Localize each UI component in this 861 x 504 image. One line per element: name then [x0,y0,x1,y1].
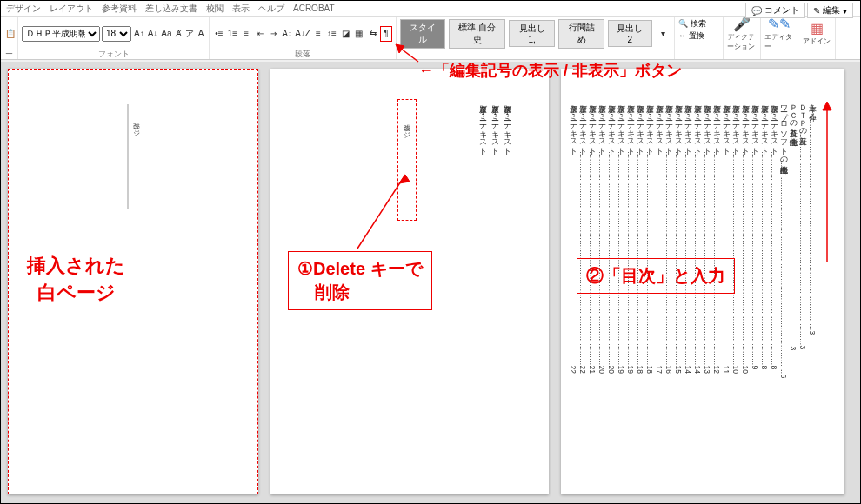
comments-label: コメント [764,4,799,17]
p2-pagebreak-label: 改ページ [401,119,410,135]
decrease-indent-button[interactable]: ⇤ [254,26,266,42]
styles-more-button[interactable]: ▾ [656,26,671,42]
anno-type-toc: ②「目次」と入力 [577,258,735,294]
editor-button[interactable]: ✎✎エディター [764,18,794,48]
clear-format-button[interactable]: A̸ [175,26,184,42]
phonetic-guide-button[interactable]: ア [184,26,195,42]
tab-view[interactable]: 表示 [232,3,250,15]
borders-button[interactable]: ▦ [353,26,365,42]
shading-button[interactable]: ◪ [339,26,351,42]
comment-icon: 💬 [751,6,762,16]
group-styles-label [400,49,671,59]
tab-review[interactable]: 校閲 [206,3,224,15]
comments-button[interactable]: 💬 コメント [745,3,805,18]
toc-line: ＤＴＰの普及……………………………………………………………………………3 [798,99,807,473]
p1-pagebreak-label: 改ページ [130,117,140,133]
svg-marker-2 [399,175,410,183]
group-font-label: フォント [22,49,205,59]
tab-design[interactable]: デザイン [6,3,41,15]
pencil-icon: ✎ [813,6,820,16]
anno-inserted-blank: 挿入された 白ページ [27,253,125,307]
tab-mailings[interactable]: 差し込み文書 [145,3,197,15]
group-paragraph-label: 段落 [213,49,392,59]
addins-button[interactable]: ▦アドイン [802,18,831,48]
numbering-button[interactable]: 1≡ [227,26,239,42]
show-hide-marks-button[interactable]: ¶ [380,26,392,42]
style-normal[interactable]: 標準,自分史 [449,19,505,49]
multilevel-button[interactable]: ≡ [240,26,252,42]
toc-line: 本を作る……………………………………………………………………………3 [807,99,817,473]
p2-col1: 章題ダミーテキスト [502,99,514,151]
change-case-button[interactable]: Aa [160,26,172,42]
replace-button[interactable]: ↔ 置換 [678,30,704,42]
svg-line-1 [357,175,405,249]
distribute-button[interactable]: ⇆ [367,26,379,42]
toc-line: ワープロソフトの機能向上…………………………………………………………………………… [778,99,788,473]
toc-line: ＰＣの普及と性能向上……………………………………………………………………………3 [788,99,798,473]
p2-col3: 章題ダミーテキスト [477,99,490,151]
find-button[interactable]: 🔍 検索 [678,18,706,30]
grow-font-button[interactable]: A↑ [133,26,145,42]
group-clipboard-label: ード [4,49,14,59]
svg-marker-4 [823,102,831,110]
ribbon: 📋 ード ＤＨＰ平成明朝体V 18 A↑ A↓ Aa A̸ ア A フォント •… [1,17,860,60]
editing-mode-button[interactable]: ✎ 編集 ▾ [807,3,853,18]
line-spacing-button[interactable]: ↕≡ [326,26,338,42]
font-size-select[interactable]: 18 [102,26,131,42]
style-heading1[interactable]: 見出し 1, [509,20,555,47]
char-border-button[interactable]: A [197,26,205,42]
editing-label: 編集 [823,4,840,17]
tab-help[interactable]: ヘルプ [258,3,284,15]
addin-icon: ▦ [811,20,824,36]
p2-col2: 章題ダミーテキスト [490,99,502,151]
bullets-button[interactable]: •≡ [213,26,225,42]
tab-layout[interactable]: レイアウト [50,3,93,15]
tab-references[interactable]: 参考資料 [102,3,137,15]
dictate-button[interactable]: 🎤ディクテーション [727,18,757,48]
ribbon-tabs: デザイン レイアウト 参考資料 差し込み文書 校閲 表示 ヘルプ ACROBAT [1,1,860,17]
text-direction-button[interactable]: A↕ [281,26,293,42]
sort-button[interactable]: A↓Z [295,26,310,42]
clipboard-icon[interactable]: 📋 [4,26,17,42]
anno-toggle-marks: ←「編集記号の表示 / 非表示」ボタン [418,60,682,81]
style-heading2[interactable]: 見出し 2 [608,20,652,47]
anno-delete-instruction: ①Delete キーで 削除 [288,251,432,310]
toc-line: 章題ダミーテキスト……………………………………………………………………………8 [769,99,778,473]
style-nospacing[interactable]: 行間詰め [558,19,604,49]
toc-line: 章題ダミーテキスト……………………………………………………………………………8 [759,99,769,473]
chevron-down-icon: ▾ [843,6,847,16]
increase-indent-button[interactable]: ⇥ [268,26,280,42]
svg-marker-6 [396,44,404,53]
align-button[interactable]: ≡ [312,26,324,42]
shrink-font-button[interactable]: A↓ [147,26,159,42]
toc-line: 章題ダミーテキスト……………………………………………………………………………9 [750,99,759,473]
tab-acrobat[interactable]: ACROBAT [293,3,335,13]
font-name-select[interactable]: ＤＨＰ平成明朝体V [22,26,100,42]
document-canvas[interactable]: 改ページ 章題ダミーテキスト 章題ダミーテキスト 章題ダミーテキスト 改ページ … [1,62,860,503]
toc-line: 章題ダミーテキスト……………………………………………………………………………10 [740,99,750,473]
